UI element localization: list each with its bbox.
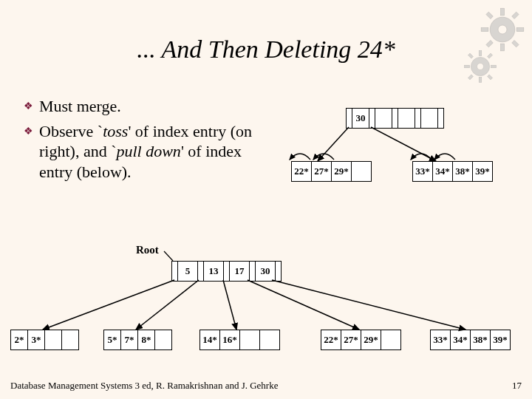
bullet-em: toss [103,122,128,140]
svg-line-27 [272,280,466,330]
pointer-slot [224,262,230,281]
bullet-icon: ❖ [24,100,33,117]
svg-point-19 [477,64,484,70]
svg-point-9 [498,25,507,34]
key-slot [421,109,438,128]
svg-line-23 [43,280,174,330]
leaf-node: 22* 27* 29* [321,330,401,350]
leaf-cell: 38* [471,330,491,349]
svg-rect-12 [479,77,482,82]
leaf-cell [381,330,400,349]
pointer-slot [250,262,256,281]
leaf-cell: 27* [341,330,361,349]
pointer-slot [438,109,443,128]
bullet-item: ❖ Must merge. [24,96,253,117]
key-slot [375,109,392,128]
leaf-cell: 3* [28,330,45,349]
root-node: 5 13 17 30 [171,261,282,282]
leaf-cell: 22* [321,330,341,349]
bullet-list: ❖ Must merge. ❖ Observe `toss' of index … [24,96,253,186]
leaf-cell [45,330,62,349]
key-slot: 13 [204,262,224,281]
leaf-cell: 39* [473,162,492,181]
leaf-cell: 8* [138,330,155,349]
leaf-cell: 39* [491,330,510,349]
pointer-slot [172,262,178,281]
leaf-node: 14* 16* [200,330,280,350]
leaf-cell: 27* [312,162,332,181]
svg-line-24 [136,280,199,330]
bullet-text-part: Observe ` [39,122,103,140]
svg-rect-5 [486,12,493,18]
svg-line-21 [371,127,436,161]
leaf-cell: 33* [431,330,451,349]
pointer-slot [415,109,421,128]
leaf-cell: 5* [104,330,121,349]
leaf-cell: 38* [453,162,473,181]
index-node: 30 [346,108,444,129]
svg-rect-4 [516,28,524,32]
pointer-slot [369,109,375,128]
leaf-cell: 34* [433,162,453,181]
bullet-item: ❖ Observe `toss' of index entry (on righ… [24,121,253,183]
key-slot: 30 [352,109,369,128]
svg-rect-1 [501,8,505,16]
svg-rect-13 [464,65,469,68]
svg-line-20 [318,127,349,161]
footer-text: Database Management Systems 3 ed, R. Ram… [10,380,278,392]
leaf-cell [240,330,260,349]
key-slot [398,109,415,128]
leaf-cell: 33* [413,162,433,181]
leaf-node: 2* 3* [10,330,79,350]
svg-rect-18 [488,75,493,80]
page-number: 17 [512,380,522,392]
svg-line-22 [164,251,173,261]
leaf-cell [260,330,279,349]
leaf-cell: 14* [200,330,220,349]
svg-rect-17 [468,75,473,80]
svg-line-25 [223,280,236,330]
leaf-cell: 2* [11,330,28,349]
key-slot: 30 [256,262,276,281]
leaf-cell: 22* [292,162,312,181]
leaf-cell: 29* [332,162,352,181]
leaf-cell [352,162,371,181]
bullet-em: pull down [116,142,180,160]
leaf-cell: 7* [121,330,138,349]
bullet-text: Observe `toss' of index entry (on right)… [39,121,253,183]
key-slot: 5 [178,262,198,281]
leaf-cell [155,330,171,349]
leaf-node: 22* 27* 29* [291,161,372,182]
leaf-cell [62,330,78,349]
leaf-cell: 29* [361,330,381,349]
leaf-cell: 34* [451,330,471,349]
leaf-node: 5* 7* 8* [103,330,172,350]
slide-title: ... And Then Deleting 24* [0,35,532,64]
key-slot: 17 [230,262,250,281]
leaf-cell: 16* [220,330,240,349]
bullet-text: Must merge. [39,96,121,117]
pointer-slot [392,109,398,128]
leaf-node: 33* 34* 38* 39* [412,161,493,182]
svg-line-26 [248,280,359,330]
svg-rect-3 [481,28,488,32]
svg-rect-14 [491,65,496,68]
pointer-slot [276,262,281,281]
svg-rect-6 [512,12,519,18]
leaf-node: 33* 34* 38* 39* [430,330,511,350]
pointer-slot [347,109,352,128]
bullet-icon: ❖ [24,125,33,183]
pointer-slot [198,262,204,281]
root-label: Root [136,244,159,256]
